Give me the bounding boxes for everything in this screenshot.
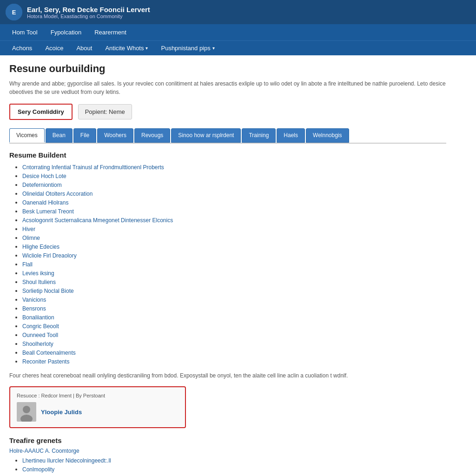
- section2-link[interactable]: Lhertineu Ilurcler Nidecolningeedt:.ll: [22, 457, 111, 464]
- list-item: Congric Beoolt: [22, 323, 446, 330]
- list-item: Lhertineu Ilurcler Nidecolningeedt:.ll: [22, 457, 446, 464]
- tab-vicomes[interactable]: Vicomes: [9, 128, 45, 143]
- list-item: Beall Corteenalments: [22, 349, 446, 356]
- avatar: [17, 402, 36, 422]
- svg-text:E: E: [12, 9, 16, 16]
- section1-link-list: Cntorrating Infential Trainusl af Frondm…: [9, 164, 446, 365]
- action-row: Sery Comliddiry Popient: Neme: [9, 104, 446, 120]
- site-main-title: Earl, Sery, Ree Decke Fooncii Lervert: [27, 6, 150, 13]
- section1-link[interactable]: Deteferniontiom: [22, 182, 62, 188]
- nav-fypolcation[interactable]: Fypolcation: [44, 24, 88, 40]
- list-item: Levies iksing: [22, 270, 446, 277]
- tab-bean[interactable]: Bean: [46, 128, 73, 143]
- section1-link[interactable]: Besk Lumeral Treont: [22, 208, 74, 215]
- section2-main-link[interactable]: Holre-AAAUC A. Coomtorge: [9, 448, 79, 454]
- section1-link[interactable]: Hlighe Edecies: [22, 244, 60, 250]
- nav-acoice[interactable]: Acoice: [39, 41, 70, 55]
- list-item: Oanenald Hlolrans: [22, 199, 446, 206]
- section1-link[interactable]: Flall: [22, 261, 33, 268]
- tab-welnnobgis[interactable]: Welnnobgis: [306, 128, 349, 143]
- nav-hom-tool[interactable]: Hom Tool: [6, 24, 44, 40]
- section1-link[interactable]: Ounneed Tooll: [22, 332, 58, 338]
- list-item: Acsologonrit Sucternalicana Mmegonet Din…: [22, 217, 446, 224]
- section1-link[interactable]: Cntorrating Infential Trainusl af Frondm…: [22, 164, 164, 171]
- tab-training[interactable]: Training: [242, 128, 276, 143]
- list-item: Cntorrating Infential Trainusl af Frondm…: [22, 164, 446, 171]
- section1-link[interactable]: Bensrons: [22, 305, 46, 312]
- section2-title: Treafire grenets: [9, 436, 446, 444]
- list-item: Shoolherloty: [22, 340, 446, 347]
- chevron-down-icon: ▾: [212, 46, 215, 51]
- list-item: Hlighe Edecies: [22, 243, 446, 250]
- svg-point-3: [23, 406, 30, 413]
- card-content: Yloopie Julids: [17, 402, 178, 422]
- header-bar: E Earl, Sery, Ree Decke Fooncii Lervert …: [0, 0, 476, 24]
- desc-paragraph: Four cheres heat coreneboat neaill onlyl…: [9, 371, 446, 380]
- nav-achons[interactable]: Achons: [6, 41, 39, 55]
- list-item: Hiver: [22, 225, 446, 232]
- section1-link[interactable]: Reconiter Pastents: [22, 358, 69, 365]
- tab-sinoo[interactable]: Sinoo how ar rsplrdent: [171, 128, 241, 143]
- page-title: Resune ourbuilding: [9, 63, 446, 75]
- tabs-container: Vicomes Bean File Woohers Revougs Sinoo …: [9, 128, 446, 144]
- list-item: Ounneed Tooll: [22, 331, 446, 338]
- nav-anticite-whots[interactable]: Anticite Whots ▾: [99, 41, 154, 55]
- list-item: Conlmopolity: [22, 466, 446, 473]
- chevron-down-icon: ▾: [145, 46, 148, 51]
- section2-link[interactable]: Conlmopolity: [22, 466, 54, 473]
- section1-link[interactable]: Desice Hoch Lote: [22, 173, 66, 179]
- section1-link[interactable]: Olimne: [22, 235, 40, 241]
- list-item: Vanicions: [22, 296, 446, 303]
- secondary-nav: Achons Acoice About Anticite Whots ▾ Pus…: [0, 40, 476, 55]
- popient-neme-button[interactable]: Popient: Neme: [78, 104, 132, 119]
- tab-haels[interactable]: Haels: [277, 128, 305, 143]
- section2: Treafire grenets Holre-AAAUC A. Coomtorg…: [9, 436, 446, 476]
- list-item: Desice Hoch Lote: [22, 172, 446, 179]
- list-item: Besk Lumeral Treont: [22, 208, 446, 215]
- section2-link-list: Lhertineu Ilurcler Nidecolningeedt:.llCo…: [9, 457, 446, 476]
- list-item: Flall: [22, 261, 446, 268]
- card-meta: Resuoce : Redcor lment | By Perstoant: [17, 393, 178, 398]
- section1-link[interactable]: Congric Beoolt: [22, 323, 59, 330]
- tab-revougs[interactable]: Revougs: [134, 128, 170, 143]
- nav-about[interactable]: About: [70, 41, 99, 55]
- section1-link[interactable]: Shoolherloty: [22, 341, 53, 347]
- tab-file[interactable]: File: [73, 128, 96, 143]
- main-content: Resune ourbuilding Why arende and abbe; …: [0, 55, 456, 476]
- section1-link[interactable]: Shoul Ituliens: [22, 279, 56, 285]
- site-sub-title: Hotora Model, Exastiacting on Commonity: [27, 13, 150, 19]
- section1-link[interactable]: Olineldal Otolters Accoration: [22, 191, 93, 197]
- card-name[interactable]: Yloopie Julids: [41, 409, 82, 416]
- section1-link[interactable]: Sorlietip Noclal Biote: [22, 288, 74, 294]
- site-logo: E: [6, 4, 22, 20]
- header-title-block: Earl, Sery, Ree Decke Fooncii Lervert Ho…: [27, 6, 150, 19]
- list-item: Shoul Ituliens: [22, 278, 446, 285]
- list-item: Deteferniontiom: [22, 181, 446, 188]
- section1: Resume Buildent Cntorrating Infential Tr…: [9, 151, 446, 365]
- section1-link[interactable]: Beall Corteenalments: [22, 350, 76, 356]
- section1-link[interactable]: Levies iksing: [22, 270, 54, 277]
- page-description: Why arende and abbe; gyporclise all sale…: [9, 79, 446, 96]
- section1-title: Resume Buildent: [9, 151, 446, 159]
- list-item: Olineldal Otolters Accoration: [22, 190, 446, 197]
- section1-link[interactable]: Wicliole Firl Dreaolory: [22, 252, 77, 259]
- section1-link[interactable]: Hiver: [22, 226, 35, 232]
- nav-rearerment[interactable]: Rearerment: [88, 24, 133, 40]
- list-item: Bonaliiantion: [22, 314, 446, 321]
- list-item: Sorlietip Noclal Biote: [22, 287, 446, 294]
- featured-card: Resuoce : Redcor lment | By Perstoant Yl…: [9, 386, 186, 428]
- list-item: Reconiter Pastents: [22, 358, 446, 365]
- section1-link[interactable]: Oanenald Hlolrans: [22, 199, 68, 206]
- nav-pushpnistand-pips[interactable]: Pushpnistand pips ▾: [154, 41, 221, 55]
- section1-link[interactable]: Bonaliiantion: [22, 314, 54, 321]
- list-item: Olimne: [22, 234, 446, 241]
- list-item: Bensrons: [22, 305, 446, 312]
- tab-woohers[interactable]: Woohers: [97, 128, 133, 143]
- sery-comliddiry-button[interactable]: Sery Comliddiry: [9, 104, 73, 120]
- section1-link[interactable]: Acsologonrit Sucternalicana Mmegonet Din…: [22, 217, 173, 224]
- primary-nav: Hom Tool Fypolcation Rearerment: [0, 24, 476, 40]
- section1-link[interactable]: Vanicions: [22, 297, 46, 303]
- list-item: Wicliole Firl Dreaolory: [22, 252, 446, 259]
